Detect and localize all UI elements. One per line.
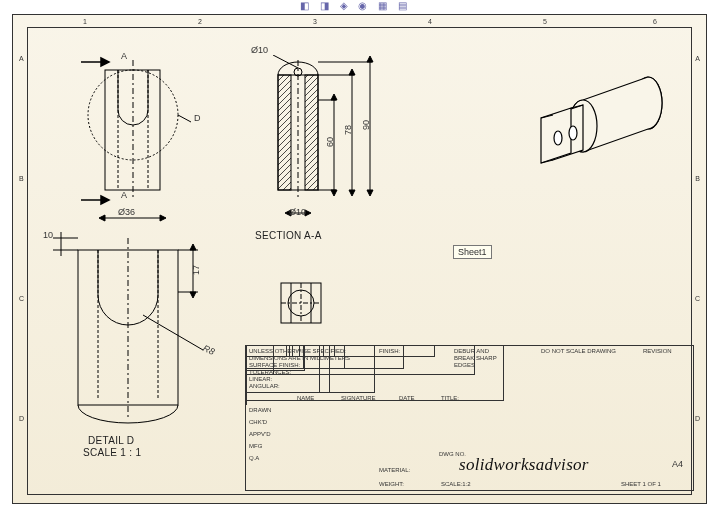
svg-point-56 [554, 131, 562, 145]
section-marker-top: A [121, 51, 127, 61]
section-view [238, 55, 408, 245]
svg-marker-30 [367, 190, 373, 196]
brand-text: solidworksadvisor [459, 455, 589, 475]
tb-title-label: TITLE: [441, 395, 459, 401]
zone-row-b-r: B [695, 175, 700, 182]
tb-weight: WEIGHT: [379, 481, 404, 487]
svg-marker-8 [101, 196, 109, 204]
zone-row-c: C [19, 295, 24, 302]
drawing-sheet: A B C D A B C D 1 2 3 4 5 6 [12, 14, 707, 504]
svg-marker-22 [331, 190, 337, 196]
zone-row-c-r: C [695, 295, 700, 302]
zone-col-2: 2 [198, 18, 202, 25]
dia36-label: Ø36 [118, 207, 135, 217]
front-view [63, 40, 213, 230]
svg-marker-45 [190, 244, 196, 250]
svg-rect-14 [278, 75, 291, 190]
svg-marker-21 [331, 94, 337, 100]
svg-marker-46 [190, 292, 196, 298]
dim-90: 90 [361, 120, 371, 130]
tb-sheet: SHEET 1 OF 1 [621, 481, 661, 487]
tb-row-appvd: APPV'D [249, 431, 271, 437]
svg-line-34 [273, 55, 298, 68]
tb-row-mfg: MFG [249, 443, 262, 449]
sheet-tooltip: Sheet1 [453, 245, 492, 259]
detail-dim-10: 10 [43, 230, 53, 240]
detail-caption-1: DETAIL D [88, 435, 134, 446]
svg-point-57 [569, 126, 577, 140]
zone-row-d: D [19, 415, 24, 422]
tb-scale: SCALE:1:2 [441, 481, 471, 487]
detail-view [33, 230, 233, 430]
section-marker-bot: A [121, 190, 127, 200]
zone-col-5: 5 [543, 18, 547, 25]
svg-marker-12 [160, 215, 166, 221]
tb-dns: DO NOT SCALE DRAWING [541, 348, 616, 354]
format-label: A4 [672, 459, 683, 469]
tb-rev: REVISION [643, 348, 672, 354]
zone-row-a: A [19, 55, 24, 62]
zone-col-4: 4 [428, 18, 432, 25]
title-block: UNLESS OTHERWISE SPECIFIED: DIMENSIONS A… [245, 345, 694, 491]
svg-marker-11 [99, 215, 105, 221]
svg-marker-26 [349, 190, 355, 196]
svg-marker-29 [367, 56, 373, 62]
detail-caption-2: SCALE 1 : 1 [83, 447, 141, 458]
section-caption: SECTION A-A [255, 230, 322, 241]
tb-row-chkd: CHK'D [249, 419, 267, 425]
dim-60: 60 [325, 137, 335, 147]
section-top-dia: Ø10 [251, 45, 268, 55]
zone-row-b: B [19, 175, 24, 182]
svg-line-9 [178, 115, 191, 122]
toolbar-icons: ◧ ◨ ◈ ◉ ▦ ▤ [300, 0, 411, 11]
svg-marker-25 [349, 69, 355, 75]
zone-col-3: 3 [313, 18, 317, 25]
svg-line-47 [143, 315, 203, 350]
detail-dim-17: 17 [191, 265, 201, 275]
svg-marker-6 [101, 58, 109, 66]
aux-view [273, 275, 328, 330]
zone-row-d-r: D [695, 415, 700, 422]
zone-row-a-r: A [695, 55, 700, 62]
detail-circle-label: D [194, 113, 201, 123]
tb-material: MATERIAL: [379, 467, 410, 473]
svg-rect-15 [305, 75, 318, 190]
tooltip-text: Sheet1 [458, 247, 487, 257]
zone-col-1: 1 [83, 18, 87, 25]
zone-col-6: 6 [653, 18, 657, 25]
tb-row-drawn: DRAWN [249, 407, 271, 413]
tb-row-qa: Q.A [249, 455, 259, 461]
isometric-view [513, 60, 683, 190]
dim-78: 78 [343, 125, 353, 135]
section-bot-dia: Ø10 [289, 207, 306, 217]
